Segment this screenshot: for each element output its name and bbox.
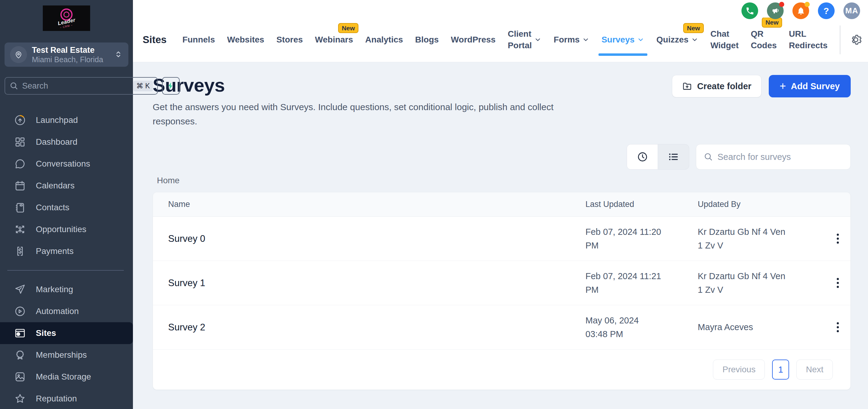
sidebar-item-label: Reputation <box>36 394 77 404</box>
tab-websites[interactable]: Websites <box>227 34 264 45</box>
sidebar-item-label: Dashboard <box>36 137 78 147</box>
tab-client-portal[interactable]: Client Portal <box>508 28 541 51</box>
header-actions: Create folder + Add Survey <box>672 75 851 97</box>
sidebar-nav: LaunchpadDashboardConversationsCalendars… <box>0 109 133 409</box>
announcements-button[interactable] <box>767 2 784 19</box>
row-actions-button[interactable] <box>834 319 842 335</box>
sidebar-item-launchpad[interactable]: Launchpad <box>0 109 133 131</box>
keyboard-shortcut-badge: ⌘ K <box>133 81 153 91</box>
sidebar: Leader ~ CRM ~ Test Real Estate Miami Be… <box>0 0 133 409</box>
notifications-button[interactable] <box>793 2 809 19</box>
sidebar-item-media-storage[interactable]: Media Storage <box>0 366 133 388</box>
sidebar-item-label: Launchpad <box>36 115 78 125</box>
updated-by: Mayra Aceves <box>698 320 825 334</box>
tab-surveys[interactable]: Surveys <box>601 34 644 45</box>
pagination-page-1-button[interactable]: 1 <box>772 359 789 380</box>
sidebar-item-sites[interactable]: Sites <box>0 322 133 344</box>
clock-icon <box>637 151 648 163</box>
tab-stores[interactable]: Stores <box>277 34 303 45</box>
sidebar-item-dashboard[interactable]: Dashboard <box>0 131 133 153</box>
survey-name: Survey 1 <box>153 278 585 288</box>
table-row[interactable]: Survey 2May 06, 2024 03:48 PMMayra Aceve… <box>153 305 850 349</box>
sidebar-item-calendars[interactable]: Calendars <box>0 175 133 197</box>
row-actions-button[interactable] <box>834 275 842 291</box>
search-icon <box>9 81 19 90</box>
sidebar-item-opportunities[interactable]: Opportunities <box>0 218 133 240</box>
chevron-down-icon <box>534 36 541 43</box>
phone-button[interactable] <box>741 2 758 19</box>
tab-forms[interactable]: Forms <box>554 34 589 45</box>
megaphone-icon <box>771 6 780 15</box>
last-updated: Feb 07, 2024 11:21 PM <box>585 270 698 297</box>
question-mark-glyph: ? <box>824 6 829 16</box>
add-survey-button[interactable]: + Add Survey <box>769 75 851 97</box>
quick-actions-button[interactable] <box>162 77 180 95</box>
settings-button[interactable] <box>849 33 862 47</box>
bolt-icon <box>166 81 176 90</box>
sidebar-item-label: Media Storage <box>36 372 91 382</box>
sidebar-item-payments[interactable]: Payments <box>0 240 133 262</box>
user-avatar[interactable]: MA <box>843 2 860 19</box>
sidebar-search-input[interactable] <box>22 81 130 91</box>
topnav-title-sites[interactable]: Sites <box>143 34 166 45</box>
top-nav: Sites FunnelsWebsitesStoresNewWebinarsAn… <box>143 18 862 62</box>
tab-webinars[interactable]: NewWebinars <box>315 34 353 45</box>
column-header-name: Name <box>153 200 585 209</box>
account-switcher[interactable]: Test Real Estate Miami Beach, Florida <box>5 42 128 67</box>
new-badge: New <box>683 23 704 33</box>
conversations-icon <box>14 158 26 170</box>
column-header-updated-by: Updated By <box>698 200 825 209</box>
table-row[interactable]: Survey 1Feb 07, 2024 11:21 PMKr Dzartu G… <box>153 261 850 305</box>
survey-search[interactable] <box>696 144 851 169</box>
updated-by: Kr Dzartu Gb Nf 4 Ven 1 Zv V <box>698 225 825 252</box>
tab-chat-widget[interactable]: Chat Widget <box>711 28 739 51</box>
phone-icon <box>745 6 754 15</box>
tab-funnels[interactable]: Funnels <box>182 34 215 45</box>
reputation-icon <box>14 392 26 405</box>
pagination-next-button[interactable]: Next <box>796 359 833 380</box>
dashboard-icon <box>14 136 26 148</box>
tab-analytics[interactable]: Analytics <box>365 34 403 45</box>
chevron-down-icon <box>691 36 699 43</box>
media-storage-icon <box>14 371 26 383</box>
sidebar-item-label: Memberships <box>36 350 87 360</box>
sidebar-item-label: Automation <box>36 307 79 316</box>
contacts-icon <box>14 201 26 214</box>
table-body: Survey 0Feb 07, 2024 11:20 PMKr Dzartu G… <box>153 217 850 349</box>
last-updated: May 06, 2024 03:48 PM <box>585 314 698 341</box>
sidebar-item-conversations[interactable]: Conversations <box>0 153 133 175</box>
recent-view-button[interactable] <box>627 145 658 169</box>
gear-icon <box>849 33 862 47</box>
sidebar-item-automation[interactable]: Automation <box>0 301 133 322</box>
location-pin-icon <box>10 46 27 63</box>
app-root: Leader ~ CRM ~ Test Real Estate Miami Be… <box>0 0 868 409</box>
sidebar-search[interactable]: ⌘ K <box>5 77 158 95</box>
sidebar-item-reputation[interactable]: Reputation <box>0 388 133 409</box>
page-description: Get the answers you need with Surveys. I… <box>153 100 554 128</box>
sidebar-item-contacts[interactable]: Contacts <box>0 197 133 218</box>
tab-wordpress[interactable]: WordPress <box>451 34 496 45</box>
list-view-button[interactable] <box>658 145 689 169</box>
top-icon-cluster: ? MA <box>741 2 860 19</box>
sites-icon <box>14 327 26 339</box>
breadcrumb[interactable]: Home <box>157 176 851 185</box>
sidebar-search-row: ⌘ K <box>5 77 128 95</box>
updated-by: Kr Dzartu Gb Nf 4 Ven 1 Zv V <box>698 270 825 297</box>
topnav-right <box>840 26 862 54</box>
tab-qr-codes[interactable]: NewQR Codes <box>751 28 777 51</box>
sidebar-item-marketing[interactable]: Marketing <box>0 279 133 301</box>
row-actions-button[interactable] <box>834 230 842 247</box>
tab-quizzes[interactable]: NewQuizzes <box>656 34 699 45</box>
table-row[interactable]: Survey 0Feb 07, 2024 11:20 PMKr Dzartu G… <box>153 217 850 261</box>
new-badge: New <box>338 23 359 33</box>
help-button[interactable]: ? <box>818 2 835 19</box>
list-toolbar <box>153 144 851 169</box>
survey-name: Survey 2 <box>153 322 585 333</box>
updown-chevron-icon <box>114 50 123 60</box>
survey-search-input[interactable] <box>717 152 843 162</box>
sidebar-item-memberships[interactable]: Memberships <box>0 344 133 366</box>
tab-blogs[interactable]: Blogs <box>415 34 439 45</box>
pagination-previous-button[interactable]: Previous <box>713 359 765 380</box>
create-folder-button[interactable]: Create folder <box>672 75 762 97</box>
tab-url-redirects[interactable]: URL Redirects <box>789 28 828 51</box>
